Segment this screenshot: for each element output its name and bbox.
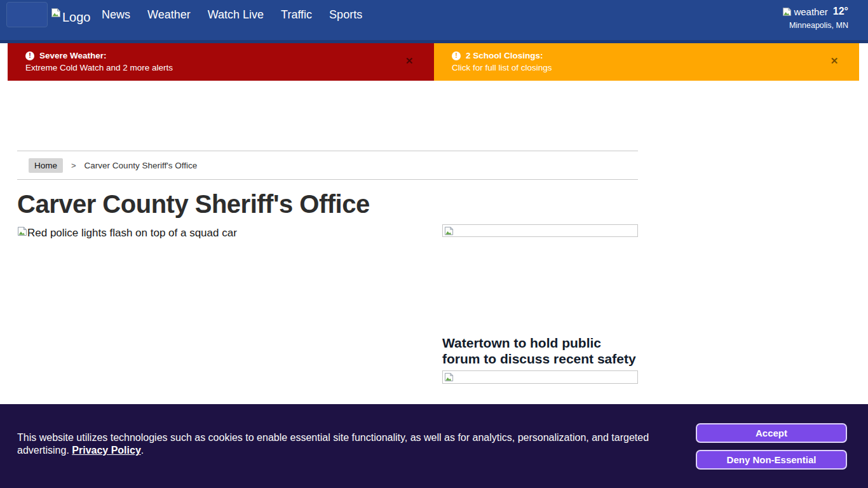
menu-button[interactable] — [6, 2, 48, 27]
nav-item-sports[interactable]: Sports — [329, 8, 362, 22]
logo-alt-text: Logo — [62, 10, 91, 25]
nav-item-weather[interactable]: Weather — [147, 8, 191, 22]
breadcrumb-current: Carver County Sheriff's Office — [85, 161, 198, 170]
top-navbar: Logo News Weather Watch Live Traffic Spo… — [0, 0, 868, 43]
breadcrumb: Home > Carver County Sheriff's Office — [17, 151, 638, 180]
deny-non-essential-button[interactable]: Deny Non-Essential — [696, 450, 847, 470]
privacy-policy-link[interactable]: Privacy Policy — [72, 445, 141, 456]
page-title: Carver County Sheriff's Office — [17, 190, 370, 219]
severe-weather-alert[interactable]: ! Severe Weather: Extreme Cold Watch and… — [8, 43, 434, 81]
alert-exclamation-icon: ! — [25, 51, 34, 60]
broken-image-icon — [444, 372, 454, 382]
school-closings-alert[interactable]: ! 2 School Closings: Click for full list… — [434, 43, 859, 81]
alert-exclamation-icon: ! — [452, 51, 461, 60]
cookie-message: This website utilizes technologies such … — [17, 431, 653, 457]
close-icon[interactable]: ✕ — [829, 55, 840, 67]
broken-image-icon — [444, 226, 454, 236]
weather-location: Minneapolis, MN — [789, 21, 848, 30]
weather-temperature: 12° — [833, 6, 848, 17]
hero-image-broken: Red police lights flash on top of a squa… — [17, 226, 237, 240]
alert-title-row: ! Severe Weather: — [25, 51, 434, 60]
sidebar-story-image-broken[interactable] — [442, 370, 638, 384]
weather-summary: weather 12° — [782, 6, 848, 17]
alert-title: Severe Weather: — [39, 51, 107, 60]
broken-image-icon — [17, 226, 27, 236]
nav-item-watch-live[interactable]: Watch Live — [208, 8, 264, 22]
alert-banners: ! Severe Weather: Extreme Cold Watch and… — [0, 43, 868, 81]
sidebar-story-image-broken[interactable] — [442, 224, 638, 237]
breadcrumb-home-link[interactable]: Home — [29, 158, 63, 173]
main-nav: News Weather Watch Live Traffic Sports — [102, 0, 362, 29]
breadcrumb-separator: > — [71, 161, 76, 170]
alert-title-row: ! 2 School Closings: — [452, 51, 859, 60]
alert-title: 2 School Closings: — [466, 51, 543, 60]
weather-widget[interactable]: weather 12° Minneapolis, MN — [782, 6, 848, 30]
alert-subtitle: Extreme Cold Watch and 2 more alerts — [25, 63, 434, 72]
hero-image-alt-text: Red police lights flash on top of a squa… — [27, 227, 237, 240]
site-logo[interactable]: Logo — [51, 8, 91, 25]
cookie-consent-bar: This website utilizes technologies such … — [0, 404, 868, 488]
broken-image-icon — [782, 7, 792, 17]
broken-image-icon — [51, 8, 61, 18]
weather-icon-alt-text: weather — [794, 6, 827, 17]
page: Logo News Weather Watch Live Traffic Spo… — [0, 0, 868, 488]
alert-subtitle: Click for full list of closings — [452, 63, 859, 72]
nav-item-traffic[interactable]: Traffic — [281, 8, 312, 22]
cookie-message-suffix: . — [141, 445, 144, 456]
nav-item-news[interactable]: News — [102, 8, 130, 22]
close-icon[interactable]: ✕ — [403, 55, 415, 67]
accept-button[interactable]: Accept — [696, 423, 847, 443]
